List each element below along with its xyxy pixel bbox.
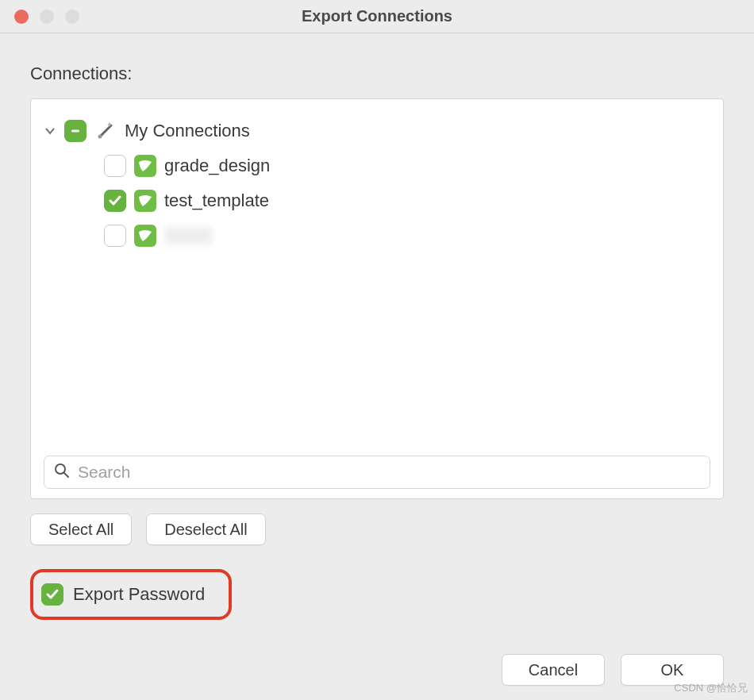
- item-checkbox[interactable]: [104, 155, 126, 177]
- search-input-wrap[interactable]: [44, 456, 710, 489]
- svg-line-4: [64, 473, 68, 477]
- tree-item-label-obscured: [164, 227, 212, 244]
- minimize-window-button[interactable]: [40, 10, 54, 24]
- export-password-label: Export Password: [73, 584, 205, 605]
- connection-icon: [134, 190, 156, 212]
- tree-root-row[interactable]: My Connections: [44, 113, 710, 148]
- maximize-window-button[interactable]: [65, 10, 79, 24]
- tree-item-label: grade_design: [164, 156, 270, 176]
- connection-icon: [134, 225, 156, 247]
- chevron-down-icon[interactable]: [44, 125, 56, 137]
- svg-line-1: [100, 125, 111, 137]
- root-checkbox[interactable]: [64, 120, 87, 142]
- connection-icon: [134, 155, 156, 177]
- window-title: Export Connections: [0, 7, 754, 25]
- traffic-lights: [0, 10, 79, 24]
- selection-buttons: Select All Deselect All: [30, 513, 724, 545]
- tree-item-label: test_template: [164, 190, 269, 211]
- tree-root-label: My Connections: [125, 121, 250, 141]
- svg-point-3: [56, 464, 65, 474]
- svg-rect-0: [71, 130, 79, 133]
- wand-icon: [94, 120, 117, 142]
- deselect-all-button[interactable]: Deselect All: [146, 513, 266, 545]
- item-checkbox[interactable]: [104, 190, 126, 212]
- cancel-button[interactable]: Cancel: [502, 654, 605, 686]
- search-row: [44, 456, 710, 489]
- connections-label: Connections:: [30, 63, 724, 84]
- titlebar: Export Connections: [0, 0, 754, 33]
- svg-point-2: [98, 135, 102, 139]
- export-password-highlight: Export Password: [30, 569, 232, 620]
- export-connections-window: Export Connections Connections:: [0, 0, 754, 700]
- search-icon: [54, 463, 70, 482]
- tree-item[interactable]: grade_design: [44, 148, 710, 183]
- tree-item[interactable]: test_template: [44, 183, 710, 218]
- dialog-footer: Cancel OK: [0, 654, 754, 700]
- tree-item[interactable]: [44, 218, 710, 253]
- watermark-text: CSDN @恰恰兄: [674, 681, 748, 695]
- close-window-button[interactable]: [14, 10, 29, 24]
- search-input[interactable]: [78, 463, 700, 482]
- connections-tree: My Connections grade_design: [44, 113, 710, 448]
- dialog-content: Connections:: [0, 33, 754, 654]
- select-all-button[interactable]: Select All: [30, 513, 132, 545]
- item-checkbox[interactable]: [104, 225, 126, 247]
- export-password-checkbox[interactable]: [41, 583, 63, 606]
- connections-tree-container: My Connections grade_design: [30, 98, 724, 499]
